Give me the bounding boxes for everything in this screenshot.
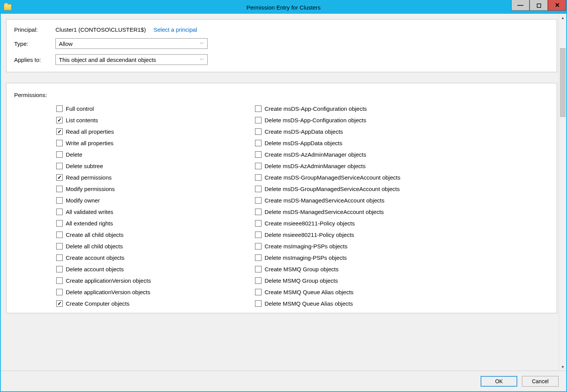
permission-checkbox[interactable] — [255, 163, 262, 169]
permission-label: Create applicationVersion objects — [66, 277, 151, 284]
permission-label: Create all child objects — [66, 232, 123, 238]
permission-checkbox[interactable] — [255, 186, 262, 192]
permissions-label: Permissions: — [14, 92, 549, 98]
type-dropdown[interactable]: Allow ﹀ — [55, 38, 208, 49]
permission-item: Delete msDS-ManagedServiceAccount object… — [255, 206, 454, 217]
permission-item: Create msImaging-PSPs objects — [255, 240, 454, 252]
permission-item: Modify permissions — [56, 183, 255, 194]
permission-checkbox[interactable] — [255, 300, 262, 307]
permission-item: Delete msDS-AzAdminManager objects — [255, 160, 454, 172]
permission-item: Full control — [56, 103, 255, 114]
permission-checkbox[interactable] — [56, 209, 63, 215]
permission-item: Delete msDS-AppData objects — [255, 137, 454, 149]
window-controls: — ◻ ✕ — [511, 1, 566, 14]
permission-checkbox[interactable] — [56, 243, 63, 249]
permission-item: Create MSMQ Queue Alias objects — [255, 286, 454, 298]
permission-label: List contents — [66, 117, 98, 123]
ok-button[interactable]: OK — [481, 376, 517, 387]
permission-checkbox[interactable] — [255, 140, 262, 146]
permission-checkbox[interactable] — [255, 151, 262, 158]
permission-label: Modify owner — [66, 197, 100, 204]
permission-checkbox[interactable] — [255, 209, 262, 215]
permission-checkbox[interactable] — [56, 140, 63, 146]
minimize-button[interactable]: — — [511, 0, 530, 11]
permission-label: Delete MSMQ Group objects — [265, 277, 338, 284]
permission-checkbox[interactable] — [255, 174, 262, 181]
close-button[interactable]: ✕ — [548, 0, 566, 11]
permission-label: Read permissions — [66, 174, 112, 181]
scroll-down-icon[interactable]: ▼ — [559, 363, 566, 371]
client-area: Principal: Cluster1 (CONTOSO\CLUSTER1$) … — [1, 14, 566, 391]
permission-item: Delete msDS-GroupManagedServiceAccount o… — [255, 183, 454, 194]
principal-label: Principal: — [14, 26, 55, 33]
permission-label: Create msDS-AzAdminManager objects — [265, 151, 366, 158]
permission-item: Delete subtree — [56, 160, 255, 172]
permission-checkbox[interactable] — [255, 232, 262, 238]
select-principal-link[interactable]: Select a principal — [153, 26, 197, 33]
permission-item: Delete — [56, 149, 255, 160]
permission-label: Delete msDS-GroupManagedServiceAccount o… — [265, 186, 400, 192]
applies-to-dropdown[interactable]: This object and all descendant objects ﹀ — [55, 54, 208, 65]
permission-item: List contents — [56, 114, 255, 126]
permission-checkbox[interactable] — [255, 243, 262, 249]
permission-checkbox[interactable] — [56, 300, 63, 307]
principal-row: Principal: Cluster1 (CONTOSO\CLUSTER1$) … — [14, 26, 549, 33]
permission-item: Create msDS-AppData objects — [255, 126, 454, 137]
content: Principal: Cluster1 (CONTOSO\CLUSTER1$) … — [1, 14, 559, 371]
permission-item: Delete MSMQ Queue Alias objects — [255, 298, 454, 309]
footer: OK Cancel — [1, 371, 566, 391]
permission-checkbox[interactable] — [56, 151, 63, 158]
permission-label: Create account objects — [66, 254, 124, 261]
permission-label: Full control — [66, 105, 94, 112]
permission-checkbox[interactable] — [56, 289, 63, 295]
permission-checkbox[interactable] — [255, 289, 262, 295]
permission-checkbox[interactable] — [56, 186, 63, 192]
permission-item: Create Computer objects — [56, 298, 255, 309]
permission-checkbox[interactable] — [56, 277, 63, 284]
type-dropdown-value: Allow — [59, 40, 73, 47]
permission-checkbox[interactable] — [255, 277, 262, 284]
permission-checkbox[interactable] — [56, 117, 63, 123]
permission-checkbox[interactable] — [255, 105, 262, 112]
permission-checkbox[interactable] — [255, 197, 262, 204]
permission-checkbox[interactable] — [56, 105, 63, 112]
permission-label: Delete msieee80211-Policy objects — [265, 232, 354, 238]
permission-item: Create account objects — [56, 252, 255, 263]
permission-checkbox[interactable] — [255, 254, 262, 261]
permissions-column-1: Full controlList contentsRead all proper… — [56, 103, 255, 309]
applies-to-dropdown-value: This object and all descendant objects — [59, 57, 156, 63]
permission-item: Delete MSMQ Group objects — [255, 275, 454, 286]
permission-label: Delete account objects — [66, 266, 124, 272]
permission-item: Read all properties — [56, 126, 255, 137]
permission-checkbox[interactable] — [56, 254, 63, 261]
permission-item: Delete applicationVersion objects — [56, 286, 255, 298]
vertical-scrollbar[interactable]: ▲ ▼ — [559, 14, 566, 371]
permission-checkbox[interactable] — [56, 174, 63, 181]
permission-checkbox[interactable] — [56, 220, 63, 227]
permission-checkbox[interactable] — [255, 266, 262, 272]
chevron-down-icon: ﹀ — [200, 57, 204, 63]
permission-checkbox[interactable] — [255, 128, 262, 135]
scroll-up-icon[interactable]: ▲ — [559, 14, 566, 21]
permission-item: Create msDS-GroupManagedServiceAccount o… — [255, 172, 454, 183]
permission-checkbox[interactable] — [56, 232, 63, 238]
permissions-column-2: Create msDS-App-Configuration objectsDel… — [255, 103, 454, 309]
maximize-button[interactable]: ◻ — [530, 0, 548, 11]
permission-checkbox[interactable] — [56, 197, 63, 204]
cancel-button[interactable]: Cancel — [522, 376, 559, 387]
titlebar[interactable]: Permission Entry for Clusters — ◻ ✕ — [1, 1, 566, 14]
permission-label: Create MSMQ Queue Alias objects — [265, 289, 354, 295]
principal-value: Cluster1 (CONTOSO\CLUSTER1$) — [55, 26, 146, 33]
permission-item: Delete account objects — [56, 263, 255, 275]
permission-checkbox[interactable] — [56, 163, 63, 169]
permission-checkbox[interactable] — [56, 128, 63, 135]
permission-item: Modify owner — [56, 194, 255, 206]
scrollbar-thumb[interactable] — [560, 48, 565, 117]
scroll-wrap: Principal: Cluster1 (CONTOSO\CLUSTER1$) … — [1, 14, 566, 371]
permission-checkbox[interactable] — [255, 220, 262, 227]
minimize-icon: — — [517, 2, 523, 9]
permission-checkbox[interactable] — [255, 117, 262, 123]
permission-item: Create msDS-ManagedServiceAccount object… — [255, 194, 454, 206]
permission-checkbox[interactable] — [56, 266, 63, 272]
applies-to-label: Applies to: — [14, 57, 55, 63]
